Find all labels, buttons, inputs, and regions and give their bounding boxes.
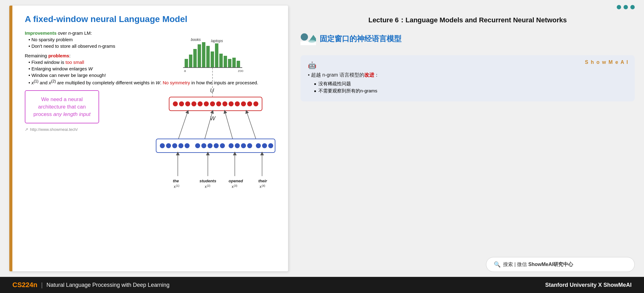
svg-text:students: students [199,179,216,183]
svg-rect-0 [185,59,188,68]
improvements-text: over n-gram LM: [57,30,92,36]
cursor-icon: ↗ [25,127,28,132]
svg-point-27 [222,101,227,106]
svg-rect-6 [211,51,214,68]
svg-point-23 [198,101,203,106]
card-improvement-word: 改进 [364,72,374,78]
search-text: 搜索 | 微信 ShowMeAI研究中心 [503,261,573,268]
svg-rect-9 [224,56,227,68]
dots-row [300,5,635,9]
svg-point-24 [204,101,209,106]
showmeai-label: S h o w M e A I [585,60,629,65]
svg-text:(2): (2) [207,184,210,187]
svg-text:a: a [184,69,186,73]
svg-rect-11 [232,58,236,68]
books-label: books [191,38,201,42]
svg-line-36 [225,112,233,139]
svg-point-20 [179,101,184,106]
svg-point-25 [210,101,215,106]
svg-point-22 [191,101,196,106]
svg-text:(4): (4) [262,184,265,187]
svg-line-35 [205,112,212,139]
card-sub-item-1: 没有稀疏性问题 [314,81,627,87]
svg-point-30 [241,101,246,106]
card-bullet: • 超越 n-gram 语言模型的改进： [308,72,627,78]
svg-text:x: x [205,184,207,189]
search-icon: 🔍 [494,261,501,268]
diagram-svg: books laptops a [151,37,281,210]
info-card: S h o w M e A I 🤖 • 超越 n-gram 语言模型的改进： 没… [300,55,635,101]
svg-point-32 [253,101,258,106]
footer-stanford: Stanford University X ShowMeAI [545,282,632,288]
svg-text:(1): (1) [176,184,179,187]
chinese-title-row: 固定窗口的神经语言模型 [300,32,635,45]
highlight-box: We need a neural architecture that can p… [25,90,99,123]
svg-point-44 [195,143,200,148]
highlight-box-text: We need a neural architecture that can p… [32,96,92,118]
svg-point-50 [235,143,240,148]
svg-rect-3 [198,44,201,68]
svg-point-45 [201,143,206,148]
svg-point-39 [160,143,165,148]
improvements-label: Improvements [25,30,57,36]
dot-1 [617,5,621,9]
svg-point-19 [173,101,178,106]
svg-point-72 [301,33,308,41]
svg-point-47 [214,143,219,148]
colon: : [69,53,70,58]
laptops-label: laptops [211,39,223,43]
svg-rect-7 [215,43,218,68]
svg-rect-1 [189,55,192,68]
lecture-title: Lecture 6：Language Models and Recurrent … [300,16,635,25]
svg-rect-12 [237,61,240,68]
svg-text:x: x [260,184,261,189]
svg-point-43 [185,143,190,148]
svg-rect-10 [228,59,231,68]
svg-text:x: x [232,184,234,189]
svg-rect-4 [202,42,205,68]
card-colon: ： [374,72,379,78]
svg-point-75 [308,40,315,43]
slide-panel: A fixed-window neural Language Model Imp… [9,6,288,271]
robot-icon: 🤖 [308,61,627,69]
svg-text:W: W [210,115,216,122]
card-sub-item-2: 不需要观察到所有的n-grams [314,88,627,94]
too-small-text: too small [65,60,84,65]
svg-rect-8 [219,54,223,68]
svg-text:the: the [173,179,179,183]
svg-point-21 [185,101,190,106]
svg-text:x: x [174,184,176,189]
svg-point-42 [178,143,183,148]
svg-point-46 [208,143,212,148]
card-sub-list: 没有稀疏性问题 不需要观察到所有的n-grams [308,81,627,94]
footer-left: CS224n | Natural Language Processing wit… [12,281,169,289]
svg-point-49 [229,143,234,148]
svg-text:U: U [210,87,214,94]
dot-3 [630,5,635,9]
diagram-area: books laptops a [151,37,281,223]
footer-course: CS224n [12,281,37,289]
svg-line-37 [247,112,256,139]
mountain-icon [300,32,316,45]
slide-title: A fixed-window neural Language Model [25,14,278,24]
search-bar[interactable]: 🔍 搜索 | 微信 ShowMeAI研究中心 [486,257,635,272]
footer: CS224n | Natural Language Processing wit… [0,277,644,293]
svg-line-34 [178,112,188,139]
svg-point-26 [216,101,221,106]
svg-text:(3): (3) [234,184,237,187]
card-bullet-intro: 超越 n-gram 语言模型的 [311,72,364,78]
url-text: http://www.showmeai.tech/ [30,127,78,132]
svg-text:zoo: zoo [238,69,243,73]
svg-point-29 [235,101,240,106]
problems-label: problems [48,53,69,58]
svg-text:opened: opened [229,179,243,183]
svg-point-31 [247,101,252,106]
svg-point-48 [220,143,225,148]
svg-point-52 [247,143,252,148]
svg-point-40 [166,143,171,148]
svg-rect-5 [206,46,210,68]
svg-point-53 [256,143,261,148]
svg-point-28 [229,101,234,106]
svg-text:their: their [258,179,267,183]
right-panel: Lecture 6：Language Models and Recurrent … [288,0,644,277]
